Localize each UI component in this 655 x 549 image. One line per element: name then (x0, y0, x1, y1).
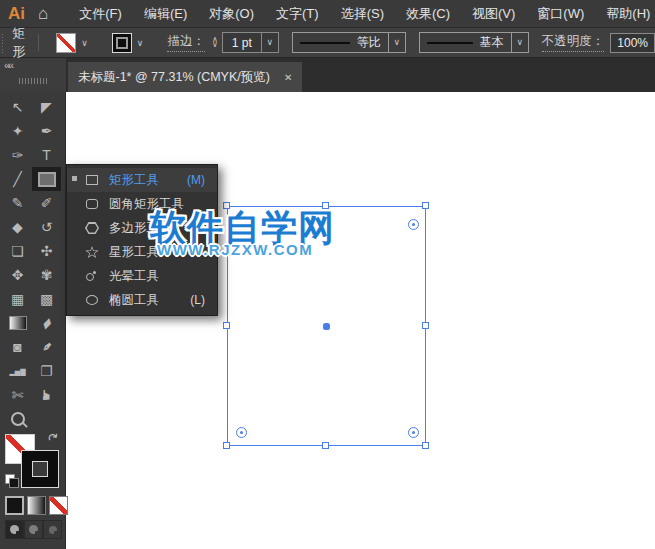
menu-item[interactable]: 对象(O) (198, 0, 265, 28)
selection-handle[interactable] (223, 322, 230, 329)
menu-item[interactable]: 文字(T) (265, 0, 330, 28)
flare-tool-item[interactable]: 光晕工具 (67, 264, 217, 288)
free-transform-tool[interactable]: ✥ (3, 263, 32, 287)
line-segment-tool[interactable]: ╱ (3, 167, 32, 191)
chevron-down-icon[interactable]: ∨ (137, 38, 144, 48)
rotate-tool[interactable]: ↺ (32, 215, 61, 239)
close-icon[interactable]: ✕ (284, 72, 292, 83)
live-corner-widget[interactable] (236, 427, 247, 438)
magic-wand-tool[interactable]: ✦ (3, 119, 32, 143)
document-tab[interactable]: 未标题-1* @ 77.31% (CMYK/预览) ✕ (68, 62, 302, 92)
chevron-down-icon[interactable]: ∨ (81, 38, 88, 48)
scale-tool[interactable]: ❏ (3, 239, 32, 263)
width-profile-select[interactable]: 等比 ∨ (292, 32, 406, 53)
chevron-down-icon[interactable]: ∨ (261, 33, 278, 52)
menu-item[interactable]: 效果(C) (395, 0, 461, 28)
panel-drag-grip[interactable] (19, 78, 49, 84)
slice-tool[interactable]: ✄ (3, 383, 32, 407)
stroke-color-swatch[interactable] (112, 33, 132, 53)
watermark-url: WWW.RJZXW.COM (157, 241, 313, 258)
tool-icon: ✥ (12, 268, 24, 282)
gradient-button[interactable] (27, 496, 46, 515)
selection-handle[interactable] (422, 322, 429, 329)
width-tool[interactable]: ✣ (32, 239, 61, 263)
stepper-down-icon[interactable]: ∨ (212, 43, 218, 48)
draw-normal-button[interactable] (5, 520, 24, 539)
direct-selection-tool[interactable]: ◤ (32, 95, 61, 119)
none-button[interactable] (49, 496, 68, 515)
menu-item[interactable]: 编辑(E) (133, 0, 198, 28)
menu-item[interactable]: 选择(S) (330, 0, 395, 28)
menu-items: 文件(F) 编辑(E) 对象(O) 文字(T) 选择(S) 效果(C) 视图(V… (68, 0, 655, 27)
tool-icon (38, 172, 56, 187)
zoom-tool[interactable] (3, 407, 32, 431)
shape-builder-tool[interactable]: ✾ (32, 263, 61, 287)
brush-definition-select[interactable]: 基本 ∨ (419, 32, 529, 53)
stroke-weight-stepper[interactable]: ∧ ∨ (212, 38, 218, 48)
color-buttons (5, 496, 68, 515)
curvature-tool[interactable]: ✑ (3, 143, 32, 167)
menu-item[interactable]: 文件(F) (68, 0, 133, 28)
tool-icon: ◤ (41, 100, 52, 114)
tool-icon: ↖ (12, 100, 24, 114)
chevron-down-icon[interactable]: ∨ (388, 33, 405, 52)
stroke-indicator-swatch[interactable] (21, 450, 59, 488)
tool-icon: ✒ (37, 338, 55, 356)
column-graph-tool[interactable]: ▂▅▇ (3, 359, 32, 383)
opacity-value[interactable]: 100% (617, 36, 648, 50)
brush-preview-icon (427, 42, 473, 44)
rectangle-tool-item[interactable]: 矩形工具 (M) (67, 168, 217, 192)
stroke-weight-value[interactable]: 1 pt (223, 36, 261, 50)
opacity-label[interactable]: 不透明度： (542, 33, 605, 52)
draw-inside-button[interactable] (43, 520, 62, 539)
fill-color-swatch[interactable] (56, 33, 76, 53)
chevron-down-icon[interactable]: ∨ (511, 33, 528, 52)
selection-handle[interactable] (223, 442, 230, 449)
home-icon[interactable]: ⌂ (38, 5, 48, 22)
tool-icon: ◙ (13, 340, 21, 354)
live-corner-widget[interactable] (408, 427, 419, 438)
flyout-tool-icon (85, 246, 99, 258)
tool-icon: ↺ (41, 220, 53, 234)
stroke-weight-label[interactable]: 描边： (167, 33, 205, 52)
measure-tool[interactable]: ▰ (32, 311, 61, 335)
stroke-color-control[interactable]: ∨ (96, 33, 144, 53)
flyout-tool-icon (85, 270, 99, 282)
menu-item[interactable]: 窗口(W) (526, 0, 595, 28)
tool-icon: ✎ (12, 196, 24, 210)
perspective-grid-tool[interactable]: ▦ (3, 287, 32, 311)
default-fill-stroke-icon[interactable] (5, 474, 19, 487)
selection-handle[interactable] (422, 442, 429, 449)
blend-tool[interactable]: ◙ (3, 335, 32, 359)
opacity-field[interactable]: 100% (610, 33, 655, 53)
brush-definition-value: 基本 (480, 34, 504, 51)
ellipse-tool-item[interactable]: 椭圆工具 (L) (67, 288, 217, 312)
fill-color-control[interactable]: ∨ (56, 33, 88, 53)
tool-icon: ✐ (41, 196, 53, 210)
gradient-tool[interactable] (3, 311, 32, 335)
color-button[interactable] (5, 496, 24, 515)
selection-handle[interactable] (422, 202, 429, 209)
hand-tool[interactable]: ☛ (32, 383, 61, 407)
panel-collapse-icon[interactable]: «« (4, 59, 12, 71)
shaper-tool[interactable]: ✐ (32, 191, 61, 215)
type-tool[interactable]: T (32, 143, 61, 167)
paintbrush-tool[interactable]: ✎ (3, 191, 32, 215)
eraser-tool[interactable]: ◆ (3, 215, 32, 239)
swap-fill-stroke-icon[interactable]: ↷ (44, 428, 62, 447)
draw-behind-button[interactable] (24, 520, 43, 539)
menu-item[interactable]: 视图(V) (461, 0, 526, 28)
mesh-tool[interactable]: ▩ (32, 287, 61, 311)
live-corner-widget[interactable] (408, 219, 419, 230)
pen-tool[interactable]: ✒ (32, 119, 61, 143)
center-point-indicator[interactable] (323, 323, 330, 330)
artboard-tool[interactable]: ❐ (32, 359, 61, 383)
selection-handle[interactable] (322, 442, 329, 449)
stroke-weight-select[interactable]: 1 pt ∨ (222, 32, 279, 53)
draw-behind-icon (29, 525, 38, 534)
eyedropper-tool[interactable]: ✒ (32, 335, 61, 359)
menu-item[interactable]: 帮助(H) (595, 0, 655, 28)
panel-grip[interactable] (2, 33, 3, 53)
rectangle-tool[interactable] (32, 167, 61, 191)
selection-tool[interactable]: ↖ (3, 95, 32, 119)
